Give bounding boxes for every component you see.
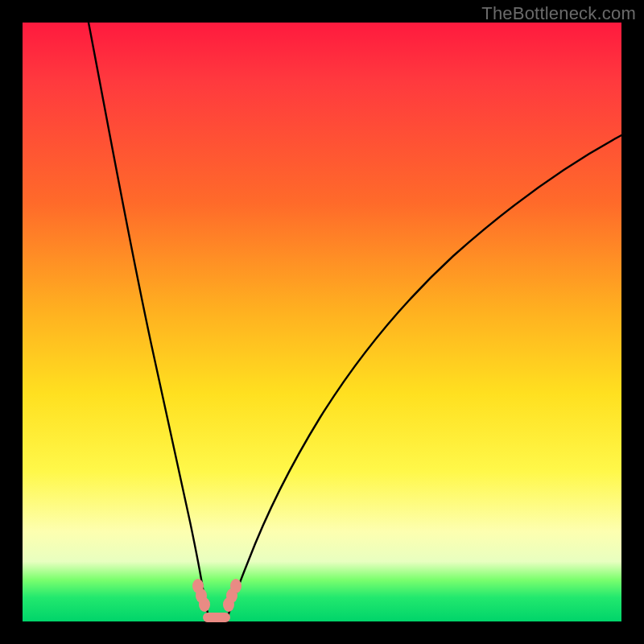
left-curve [89,23,209,619]
curve-layer [23,23,621,621]
chart-frame: TheBottleneck.com [0,0,644,644]
marker-dot [199,597,210,612]
marker-dot [230,579,242,593]
plot-area [23,23,621,621]
right-curve [227,135,621,619]
bottom-pill-marker [203,613,230,622]
watermark-text: TheBottleneck.com [481,3,636,24]
